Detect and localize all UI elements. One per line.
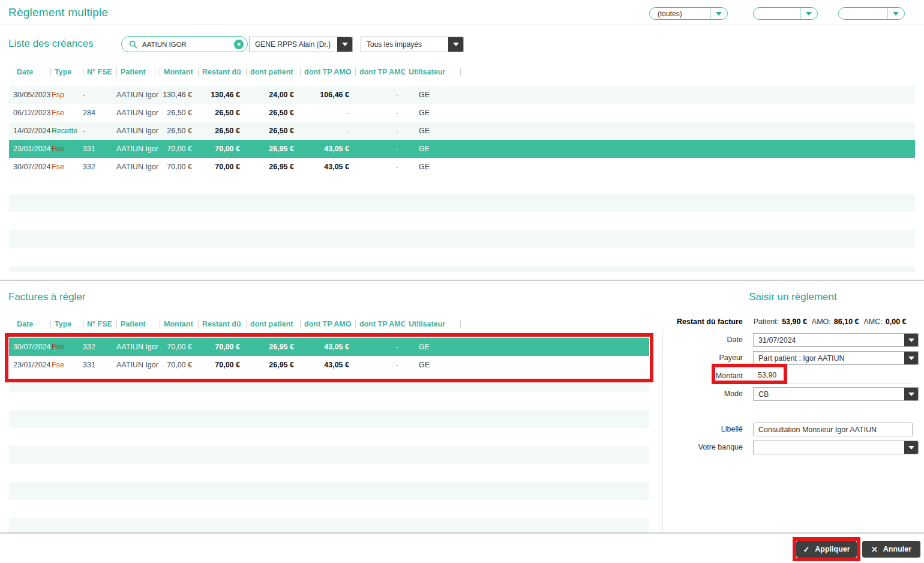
cell-patient: AATIUN Igor	[116, 163, 160, 171]
search-value: AATIUN IGOR	[142, 41, 234, 48]
cell-dont-patient: 24,00 €	[246, 91, 300, 99]
empty-row-stripe	[9, 266, 915, 272]
factures-row-2[interactable]: 23/01/2024 Fse 331 AATIUN Igor 70,00 € 7…	[9, 356, 649, 374]
cell-fse: -	[83, 127, 116, 135]
payeur-dropdown-button[interactable]	[904, 352, 918, 364]
mode-dropdown-button[interactable]	[904, 388, 918, 400]
cell-dont-tp-amc: -	[355, 163, 404, 171]
empty-row-stripe	[9, 379, 649, 392]
cell-patient: AATIUN Igor	[116, 145, 160, 153]
status-dropdown-button[interactable]	[448, 37, 463, 52]
amo-label: AMO:	[812, 318, 831, 326]
chevron-down-icon	[806, 12, 812, 16]
column-header-dont-patient[interactable]: dont patient	[246, 68, 300, 76]
votre-banque-dropdown-button[interactable]	[904, 441, 918, 454]
column-header-fse[interactable]: N° FSE	[83, 320, 116, 328]
date-field[interactable]: 31/07/2024	[753, 333, 919, 347]
cell-restant-du: 70,00 €	[198, 145, 246, 153]
cell-utilisateur: GE	[404, 91, 461, 99]
annuler-button[interactable]: ✕ Annuler	[862, 541, 920, 558]
mode-field[interactable]: CB	[753, 387, 919, 401]
creances-row-1[interactable]: 30/05/2023 Fsp - AATIUN Igor 130,46 € 13…	[9, 86, 915, 104]
creances-row-4-selected[interactable]: 23/01/2024 Fse 331 AATIUN Igor 70,00 € 7…	[9, 140, 915, 158]
topbar-divider	[0, 25, 924, 25]
appliquer-button[interactable]: ✓ Appliquer	[796, 541, 857, 558]
column-header-dont-tp-amo[interactable]: dont TP AMO	[300, 68, 355, 76]
column-header-fse[interactable]: N° FSE	[83, 68, 116, 76]
cell-date: 30/07/2024	[13, 163, 50, 171]
chevron-down-icon	[908, 357, 914, 360]
clear-search-button[interactable]: ✕	[234, 40, 244, 49]
cell-restant-du: 130,46 €	[198, 91, 246, 99]
top-filter-2[interactable]	[753, 7, 818, 20]
cell-dont-patient: 26,50 €	[246, 127, 300, 135]
cell-dont-tp-amo: 43,05 €	[300, 343, 355, 351]
cell-dont-patient: 26,95 €	[246, 343, 300, 351]
votre-banque-label: Votre banque	[660, 443, 743, 451]
column-header-utilisateur[interactable]: Utilisateur	[404, 68, 461, 76]
column-header-dont-patient[interactable]: dont patient	[246, 320, 300, 328]
cell-fse: 284	[83, 109, 116, 117]
bottom-divider	[0, 532, 924, 534]
creances-row-3[interactable]: 14/02/2024 Recette - AATIUN Igor 26,50 €…	[9, 122, 915, 140]
cell-restant-du: 26,50 €	[198, 109, 246, 117]
votre-banque-field[interactable]	[753, 441, 919, 454]
montant-input[interactable]: 53,90	[758, 371, 776, 379]
cell-montant: 70,00 €	[160, 343, 198, 351]
column-header-montant[interactable]: Montant	[160, 68, 198, 76]
column-header-utilisateur[interactable]: Utilisateur	[404, 320, 461, 328]
status-dropdown[interactable]: Tous les impayés	[361, 37, 464, 52]
cell-montant: 130,46 €	[160, 91, 198, 99]
empty-row-stripe	[9, 230, 915, 248]
search-input[interactable]: AATIUN IGOR ✕	[121, 36, 248, 52]
patient-label: Patient:	[754, 318, 779, 326]
cell-date: 23/01/2024	[13, 361, 50, 369]
reglement-panel-title: Saisir un règlement	[662, 291, 924, 303]
cell-utilisateur: GE	[404, 109, 461, 117]
top-filter-3[interactable]	[838, 7, 905, 20]
date-dropdown-button[interactable]	[904, 334, 918, 346]
libelle-input[interactable]: Consultation Monsieur Igor AATIUN	[753, 423, 913, 436]
cell-dont-tp-amo: 43,05 €	[300, 163, 355, 171]
date-label: Date	[660, 336, 743, 344]
cell-restant-du: 70,00 €	[198, 361, 246, 369]
cell-dont-tp-amo: 43,05 €	[300, 361, 355, 369]
creances-row-2[interactable]: 06/12/2023 Fse 284 AATIUN Igor 26,50 € 2…	[9, 104, 915, 122]
cell-utilisateur: GE	[404, 361, 461, 369]
libelle-label: Libellé	[660, 425, 743, 433]
column-header-dont-tp-amc[interactable]: dont TP AMC	[355, 320, 404, 328]
creances-row-5[interactable]: 30/07/2024 Fse 332 AATIUN Igor 70,00 € 7…	[9, 158, 915, 176]
payeur-label: Payeur	[660, 354, 743, 362]
cell-dont-patient: 26,95 €	[246, 163, 300, 171]
top-filter-toutes[interactable]: (toutes)	[649, 7, 728, 20]
column-header-montant[interactable]: Montant	[160, 320, 198, 328]
cell-restant-du: 70,00 €	[198, 343, 246, 351]
column-header-date[interactable]: Date	[13, 68, 50, 76]
practitioner-dropdown-button[interactable]	[337, 37, 352, 52]
cell-date: 23/01/2024	[13, 145, 50, 153]
creances-table-header: Date Type N° FSE Patient Montant Restant…	[9, 67, 461, 77]
top-filter-2-dropdown-button[interactable]	[800, 8, 817, 19]
practitioner-dropdown[interactable]: GENE RPPS Alain (Dr.)	[249, 37, 353, 52]
top-filter-3-dropdown-button[interactable]	[887, 8, 904, 19]
column-header-dont-tp-amo[interactable]: dont TP AMO	[300, 320, 355, 328]
column-header-type[interactable]: Type	[50, 68, 83, 76]
column-header-restant-du[interactable]: Restant dû	[198, 320, 246, 328]
payeur-field[interactable]: Part patient : Igor AATIUN	[753, 351, 919, 365]
empty-row-stripe	[9, 194, 915, 212]
column-header-patient[interactable]: Patient	[116, 68, 160, 76]
cell-dont-tp-amc: -	[355, 109, 404, 117]
column-header-dont-tp-amc[interactable]: dont TP AMC	[355, 68, 404, 76]
annuler-button-label: Annuler	[883, 545, 911, 553]
column-header-patient[interactable]: Patient	[116, 320, 160, 328]
top-filter-toutes-dropdown-button[interactable]	[710, 8, 727, 19]
factures-row-1-selected[interactable]: 30/07/2024 Fse 332 AATIUN Igor 70,00 € 7…	[9, 338, 649, 356]
page-title: Règlement multiple	[8, 6, 108, 19]
top-filter-toutes-value: (toutes)	[650, 10, 710, 18]
column-header-date[interactable]: Date	[13, 320, 50, 328]
column-header-type[interactable]: Type	[50, 320, 83, 328]
restant-du-facture-label: Restant dû facture	[677, 318, 743, 326]
cell-dont-tp-amc: -	[355, 145, 404, 153]
libelle-value: Consultation Monsieur Igor AATIUN	[754, 426, 912, 434]
column-header-restant-du[interactable]: Restant dû	[198, 68, 246, 76]
